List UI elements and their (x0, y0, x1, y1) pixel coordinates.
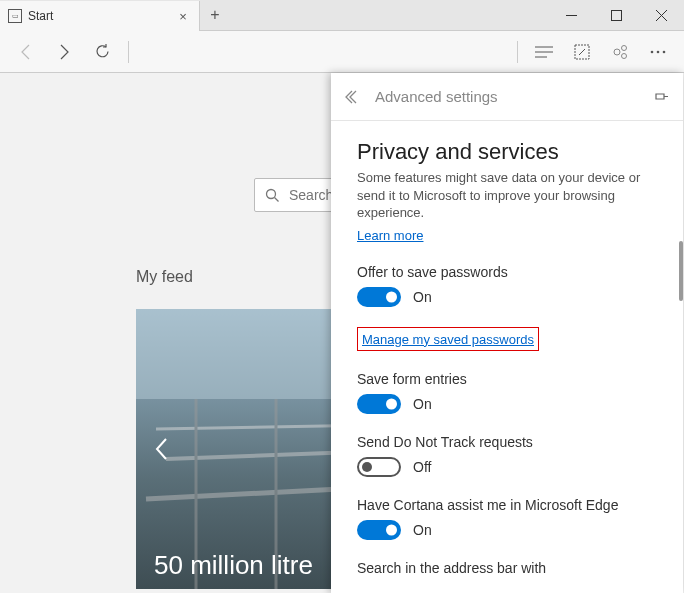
scrollbar-thumb[interactable] (679, 241, 683, 301)
section-description: Some features might save data on your de… (357, 169, 659, 222)
feed-prev-button[interactable] (146, 434, 176, 464)
svg-point-14 (266, 189, 275, 198)
toggle-state: On (413, 396, 432, 412)
toggle-save-passwords[interactable] (357, 287, 401, 307)
forward-button[interactable] (46, 34, 82, 70)
toggle-state: Off (413, 459, 431, 475)
setting-label: Search in the address bar with (357, 560, 659, 576)
setting-save-passwords: Offer to save passwords On (357, 264, 659, 307)
feed-card-caption: 50 million litre (154, 550, 313, 581)
setting-do-not-track: Send Do Not Track requests Off (357, 434, 659, 477)
setting-form-entries: Save form entries On (357, 371, 659, 414)
svg-point-8 (614, 49, 620, 55)
maximize-button[interactable] (594, 0, 639, 30)
refresh-button[interactable] (84, 34, 120, 70)
tab-title: Start (28, 9, 175, 23)
toggle-do-not-track[interactable] (357, 457, 401, 477)
setting-manage-passwords: Manage my saved passwords (357, 327, 659, 351)
svg-line-15 (274, 197, 278, 201)
manage-passwords-link[interactable]: Manage my saved passwords (362, 332, 534, 347)
setting-label: Send Do Not Track requests (357, 434, 659, 450)
tab-favicon: ▭ (8, 9, 22, 23)
more-button[interactable] (640, 34, 676, 70)
separator (517, 41, 518, 63)
panel-scrollbar[interactable] (669, 73, 683, 593)
panel-header: Advanced settings (331, 73, 683, 121)
toolbar (0, 31, 684, 73)
toggle-state: On (413, 522, 432, 538)
advanced-settings-panel: Advanced settings Privacy and services S… (331, 73, 683, 593)
new-tab-button[interactable]: + (200, 0, 230, 30)
web-note-button[interactable] (564, 34, 600, 70)
svg-point-9 (622, 45, 627, 50)
setting-cortana: Have Cortana assist me in Microsoft Edge… (357, 497, 659, 540)
feed-section-title: My feed (136, 268, 193, 286)
toggle-cortana[interactable] (357, 520, 401, 540)
section-title: Privacy and services (357, 139, 659, 165)
svg-point-11 (651, 50, 654, 53)
search-icon (255, 188, 289, 203)
highlight-annotation: Manage my saved passwords (357, 327, 539, 351)
close-button[interactable] (639, 0, 684, 30)
browser-tab[interactable]: ▭ Start × (0, 1, 200, 31)
panel-title: Advanced settings (375, 88, 653, 105)
pin-icon[interactable] (653, 90, 669, 104)
svg-rect-1 (612, 10, 622, 20)
svg-point-12 (657, 50, 660, 53)
svg-point-10 (622, 53, 627, 58)
reading-view-button[interactable] (526, 34, 562, 70)
titlebar: ▭ Start × + (0, 0, 684, 31)
svg-point-13 (663, 50, 666, 53)
setting-label: Save form entries (357, 371, 659, 387)
learn-more-link[interactable]: Learn more (357, 228, 423, 243)
window-controls (549, 0, 684, 30)
back-button (8, 34, 44, 70)
tab-close-icon[interactable]: × (175, 8, 191, 24)
toggle-state: On (413, 289, 432, 305)
separator (128, 41, 129, 63)
share-button[interactable] (602, 34, 638, 70)
panel-body: Privacy and services Some features might… (331, 121, 683, 593)
setting-label: Offer to save passwords (357, 264, 659, 280)
panel-back-button[interactable] (345, 90, 361, 104)
minimize-button[interactable] (549, 0, 594, 30)
setting-label: Have Cortana assist me in Microsoft Edge (357, 497, 659, 513)
setting-address-bar-search: Search in the address bar with (357, 560, 659, 576)
toggle-form-entries[interactable] (357, 394, 401, 414)
